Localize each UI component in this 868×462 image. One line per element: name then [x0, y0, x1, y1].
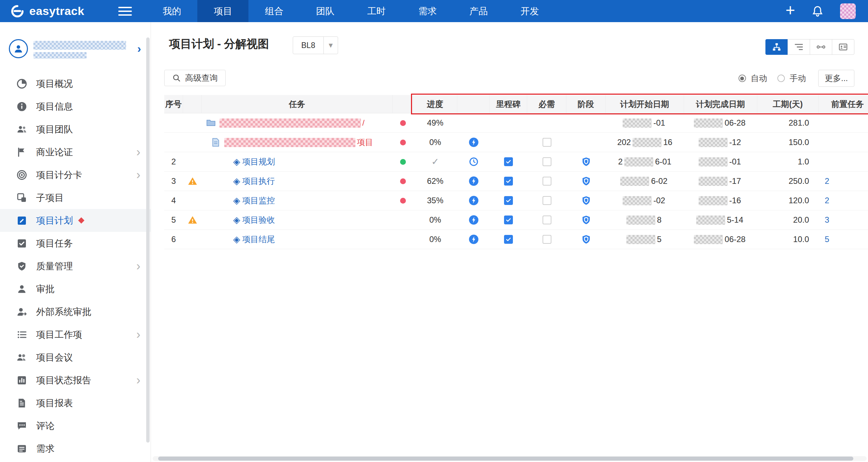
user-avatar[interactable]: [840, 3, 856, 19]
nav-tab-requirements[interactable]: 需求: [402, 0, 453, 22]
sidebar-scrollbar[interactable]: [146, 37, 150, 443]
checkbox-unchecked-icon[interactable]: [543, 138, 551, 147]
radio-auto-label[interactable]: 自动: [751, 73, 767, 84]
task-link[interactable]: 项目规划: [242, 156, 275, 167]
sidebar-item-label: 评论: [36, 420, 55, 432]
table-row[interactable]: 2◈项目规划✓26-01-011.0: [164, 152, 868, 172]
checkbox-checked-icon[interactable]: [504, 196, 513, 205]
project-switch-chevron-icon[interactable]: ›: [137, 42, 141, 55]
task-cell: ◈项目结尾: [202, 230, 393, 249]
sidebar-item-project-workitems[interactable]: 项目工作项›: [0, 323, 151, 346]
more-button[interactable]: 更多...: [818, 70, 854, 87]
sidebar-item-project-plan[interactable]: 项目计划: [0, 209, 151, 232]
requirements-icon: [16, 443, 27, 454]
status-dot-red: [400, 140, 406, 145]
end-date-cell: -16: [684, 191, 757, 210]
table-row[interactable]: 5◈项目验收0%85-1420.03: [164, 210, 868, 230]
flag-cell: [457, 172, 490, 191]
sidebar-item-label: 项目工作项: [36, 329, 82, 341]
nav-tab-teams[interactable]: 团队: [300, 0, 351, 22]
task-cell: ◈项目规划: [202, 152, 393, 171]
sidebar-item-external-approval[interactable]: 外部系统审批: [0, 300, 151, 323]
progress-cell: ✓: [413, 152, 457, 171]
warning-icon: [187, 176, 198, 186]
sidebar-item-project-tasks[interactable]: 项目任务: [0, 232, 151, 255]
advanced-query-button[interactable]: 高级查询: [164, 70, 226, 86]
sidebar-item-sub-projects[interactable]: 子项目: [0, 186, 151, 209]
plus-icon[interactable]: +: [786, 2, 795, 18]
nav-tab-portfolio[interactable]: 组合: [248, 0, 300, 22]
date-fragment: -01: [653, 118, 665, 128]
status-dot-red: [400, 198, 406, 204]
table-row[interactable]: /49%-0106-28281.0: [164, 113, 868, 133]
sidebar-item-project-status-report[interactable]: 项目状态报告›: [0, 369, 151, 392]
horizontal-scrollbar-thumb[interactable]: [158, 457, 853, 461]
logo-swirl-icon: [10, 4, 25, 18]
nav-tab-my[interactable]: 我的: [146, 0, 197, 22]
predecessor-link[interactable]: 2: [825, 176, 829, 186]
view-outline-button[interactable]: [788, 39, 810, 55]
checkbox-checked-icon[interactable]: [504, 157, 513, 166]
checkbox-unchecked-icon[interactable]: [543, 157, 551, 166]
radio-auto[interactable]: [738, 75, 746, 82]
view-breakdown-button[interactable]: [765, 39, 788, 55]
seq-cell: [164, 133, 183, 152]
nav-tab-timesheet[interactable]: 工时: [351, 0, 402, 22]
search-icon: [172, 74, 181, 82]
task-link[interactable]: 项目结尾: [242, 234, 275, 245]
predecessor-link[interactable]: 3: [825, 215, 829, 225]
sidebar-project-header[interactable]: ›: [0, 22, 151, 72]
view-card-button[interactable]: [832, 39, 854, 55]
sidebar-item-demands[interactable]: 需求: [0, 437, 151, 460]
sidebar-item-business-case[interactable]: 商业论证›: [0, 141, 151, 163]
checkbox-unchecked-icon[interactable]: [543, 216, 551, 224]
date-fragment: 8: [657, 215, 661, 225]
required-cell: [527, 210, 566, 229]
predecessor-link[interactable]: 2: [825, 196, 829, 205]
sidebar-item-project-scorecard[interactable]: 项目计分卡›: [0, 163, 151, 186]
predecessor-link[interactable]: 5: [825, 235, 829, 244]
start-date-cell: -02: [606, 191, 684, 210]
checkbox-unchecked-icon[interactable]: [543, 235, 551, 244]
view-network-button[interactable]: [810, 39, 832, 55]
checkbox-checked-icon[interactable]: [504, 216, 513, 224]
nav-tab-products[interactable]: 产品: [453, 0, 504, 22]
nav-tab-projects[interactable]: 项目: [197, 0, 248, 22]
warning-cell: [183, 210, 202, 229]
sidebar-item-project-overview[interactable]: 项目概况: [0, 72, 151, 95]
sidebar-item-quality-management[interactable]: 质量管理›: [0, 255, 151, 277]
checkbox-checked-icon[interactable]: [504, 177, 513, 186]
hamburger-menu-icon[interactable]: [118, 7, 132, 16]
stage-shield-icon: [581, 176, 591, 186]
sidebar-item-project-reports[interactable]: 项目报表: [0, 392, 151, 414]
redacted-date: [699, 196, 728, 205]
redacted-project-name: [33, 41, 126, 50]
sidebar-item-project-team[interactable]: 项目团队: [0, 118, 151, 141]
nav-tab-development[interactable]: 开发: [504, 0, 555, 22]
bell-icon[interactable]: [811, 5, 824, 17]
radio-manual[interactable]: [777, 75, 785, 82]
checkbox-unchecked-icon[interactable]: [543, 196, 551, 205]
app-logo[interactable]: easytrack: [10, 4, 84, 18]
sidebar-item-approval[interactable]: 审批: [0, 277, 151, 300]
checkbox-checked-icon[interactable]: [504, 235, 513, 244]
task-link[interactable]: 项目监控: [242, 195, 275, 206]
warning-cell: [183, 191, 202, 210]
baseline-value: BL8: [293, 37, 323, 54]
table-row[interactable]: 3◈项目执行62%6-02-17250.02: [164, 172, 868, 191]
table-row[interactable]: 项目0%20216-12150.0: [164, 133, 868, 152]
sidebar-item-project-info[interactable]: 项目信息: [0, 95, 151, 118]
sidebar-item-project-meetings[interactable]: 项目会议: [0, 346, 151, 369]
task-link[interactable]: 项目执行: [242, 176, 275, 187]
column-header: [457, 95, 490, 113]
sidebar-item-comments[interactable]: 评论: [0, 414, 151, 437]
date-fragment: -17: [729, 176, 741, 186]
table-row[interactable]: 4◈项目监控35%-02-16120.02: [164, 191, 868, 210]
task-type-icon: ◈: [233, 176, 240, 187]
baseline-select[interactable]: BL8 ▼: [293, 36, 338, 54]
table-row[interactable]: 6◈项目结尾0%506-2810.05: [164, 230, 868, 249]
radio-manual-label[interactable]: 手动: [790, 73, 806, 84]
task-link[interactable]: 项目验收: [242, 214, 275, 225]
checkbox-unchecked-icon[interactable]: [543, 177, 551, 186]
task-cell: ◈项目监控: [202, 191, 393, 210]
